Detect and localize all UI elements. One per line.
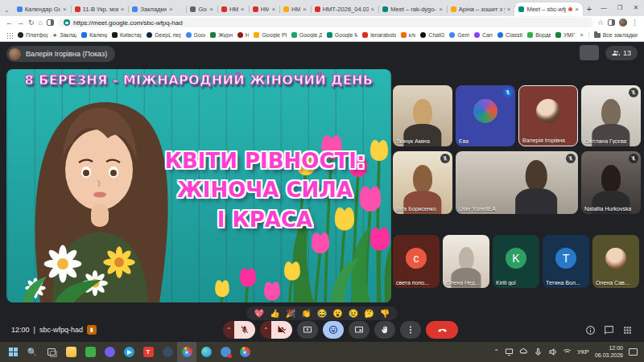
participant-tile[interactable]: Ткачук Аміна bbox=[393, 85, 452, 146]
tab-close-icon[interactable]: × bbox=[439, 6, 443, 13]
mic-off-icon[interactable] bbox=[234, 321, 255, 339]
participant-tile[interactable]: User XsrediEA bbox=[456, 151, 578, 214]
all-bookmarks-button[interactable]: Все закладки bbox=[588, 32, 638, 38]
task-view-button[interactable] bbox=[42, 342, 61, 362]
bookmark-item[interactable]: DeepL перекл bbox=[147, 32, 180, 38]
mic-tray-icon[interactable] bbox=[534, 348, 543, 356]
profile-avatar[interactable] bbox=[619, 19, 627, 27]
browser-tab[interactable]: Календар Google× bbox=[13, 2, 71, 16]
camera-options-chevron-icon[interactable]: ⌃ bbox=[260, 321, 271, 339]
browser-tab[interactable]: НМТ...× bbox=[279, 2, 311, 16]
tab-close-icon[interactable]: × bbox=[209, 6, 213, 13]
onedrive-icon[interactable] bbox=[519, 348, 528, 356]
bookmarks-overflow-icon[interactable]: » bbox=[580, 31, 583, 39]
taskbar-app-edge[interactable] bbox=[196, 342, 216, 362]
taskbar-app-viber[interactable] bbox=[100, 342, 119, 362]
browser-tab[interactable]: Goo...× bbox=[186, 2, 217, 16]
participant-tile[interactable]: Ева bbox=[456, 85, 515, 146]
language-indicator[interactable]: УКР bbox=[577, 348, 589, 356]
raise-hand-button[interactable] bbox=[374, 321, 395, 339]
browser-tab[interactable]: НМТ-2026_04.03.2...× bbox=[311, 2, 379, 16]
participant-tile[interactable]: Віта Борисенко bbox=[393, 151, 452, 214]
browser-tab[interactable]: Закладки× bbox=[128, 2, 186, 16]
camera-button[interactable]: ⌃ bbox=[260, 321, 292, 339]
bookmark-item[interactable]: Classtime bbox=[497, 32, 522, 38]
present-button[interactable] bbox=[297, 321, 318, 339]
taskbar-app-red[interactable]: T bbox=[138, 342, 158, 362]
browser-tab[interactable]: НМТ...× bbox=[249, 2, 280, 16]
end-call-button[interactable] bbox=[426, 321, 458, 339]
browser-tab[interactable]: НМТ...× bbox=[217, 2, 249, 16]
bookmark-item[interactable]: Google Диск bbox=[291, 32, 322, 38]
chat-icon[interactable] bbox=[604, 325, 614, 335]
bookmark-item[interactable]: УМІТИ bbox=[555, 32, 575, 38]
taskbar-app-green[interactable] bbox=[80, 342, 100, 362]
forward-icon[interactable]: → bbox=[17, 19, 24, 27]
window-maximize-icon[interactable]: ❒ bbox=[612, 0, 628, 16]
browser-tab-active[interactable]: Meet – sbc-wfpq× bbox=[514, 2, 583, 16]
taskbar-app-chrome2[interactable] bbox=[235, 342, 254, 362]
bookmark-item[interactable]: Google PPTX bbox=[254, 32, 286, 38]
taskbar-app-dark[interactable] bbox=[158, 342, 177, 362]
camera-off-icon[interactable] bbox=[271, 321, 292, 339]
bookmark-item[interactable]: Google bbox=[186, 32, 206, 38]
presented-slide[interactable]: 8 БЕРЕЗНЯ - МІЖНАРОДНИЙ ЖІНОЧИЙ ДЕНЬ КВІ… bbox=[6, 69, 391, 302]
tab-close-icon[interactable]: × bbox=[507, 6, 511, 13]
bookmark-item[interactable]: Платформа bbox=[18, 32, 47, 38]
tab-close-icon[interactable]: × bbox=[241, 6, 245, 13]
reload-icon[interactable]: ↻ bbox=[28, 19, 35, 27]
reactions-button[interactable] bbox=[323, 321, 344, 339]
change-layout-button[interactable] bbox=[349, 321, 369, 339]
tray-expand-icon[interactable]: ⌃ bbox=[493, 348, 499, 356]
participant-tile[interactable]: Natallia Hurkovska bbox=[581, 151, 641, 214]
bookmark-item[interactable]: ChatGPT bbox=[420, 32, 444, 38]
taskbar-search-button[interactable]: 🔍 bbox=[23, 342, 42, 362]
browser-tab[interactable]: 11-В Укр. мова× bbox=[71, 2, 129, 16]
activities-icon[interactable] bbox=[622, 325, 633, 335]
address-bar[interactable]: https://meet.google.com/sbc-wfpq-had bbox=[58, 18, 593, 27]
bookmark-item[interactable]: Журнал bbox=[210, 32, 232, 38]
window-minimize-icon[interactable]: — bbox=[596, 0, 612, 16]
taskbar-app-chrome-active[interactable] bbox=[177, 342, 196, 362]
taskbar-app-explorer[interactable] bbox=[61, 342, 80, 362]
browser-menu-icon[interactable]: ⋮ bbox=[631, 19, 638, 27]
window-close-icon[interactable]: ✕ bbox=[628, 0, 644, 16]
participant-tile[interactable]: K Kirill gol bbox=[493, 235, 539, 288]
network-icon[interactable] bbox=[563, 348, 572, 356]
volume-icon[interactable] bbox=[548, 348, 557, 356]
browser-tab[interactable]: Аріна – зошит з урок...× bbox=[447, 2, 515, 16]
browser-tab[interactable]: Meet – rak-dygo-hbv× bbox=[378, 2, 447, 16]
bookmark-item[interactable]: Canva bbox=[474, 32, 493, 38]
bookmark-item[interactable]: Gemini bbox=[449, 32, 469, 38]
tab-close-icon[interactable]: × bbox=[303, 6, 307, 13]
bookmark-item[interactable]: Вордвол bbox=[527, 32, 551, 38]
action-center-icon[interactable] bbox=[629, 348, 638, 356]
apps-grid-icon[interactable] bbox=[6, 32, 13, 39]
more-options-button[interactable] bbox=[400, 321, 421, 339]
start-button[interactable] bbox=[3, 342, 23, 362]
bookmark-item[interactable]: Google Meet bbox=[327, 32, 357, 38]
bookmark-item[interactable]: НЗ bbox=[237, 32, 250, 38]
participant-tile[interactable]: с света попо... bbox=[393, 235, 440, 288]
taskbar-app-badged[interactable] bbox=[216, 342, 235, 362]
bookmark-item[interactable]: lenarabota6@ bbox=[362, 32, 395, 38]
participant-tile[interactable]: Світлана Гусєва bbox=[581, 85, 641, 146]
tab-close-icon[interactable]: × bbox=[121, 6, 125, 13]
mic-options-chevron-icon[interactable]: ⌃ bbox=[223, 321, 234, 339]
tab-close-icon[interactable]: × bbox=[575, 6, 579, 13]
back-icon[interactable]: ← bbox=[6, 19, 13, 27]
bookmark-star-icon[interactable]: ☆ bbox=[597, 19, 604, 27]
bookmark-item[interactable]: Київстар ТБ bbox=[112, 32, 142, 38]
bookmark-item[interactable]: Календар bbox=[81, 32, 107, 38]
display-icon[interactable] bbox=[505, 348, 514, 356]
participant-tile-active[interactable]: Валерія Ігорівна bbox=[518, 85, 578, 146]
participant-count-pill[interactable]: 13 bbox=[605, 46, 638, 60]
bookmark-item[interactable]: клас bbox=[401, 32, 416, 38]
tab-close-icon[interactable]: × bbox=[63, 6, 67, 13]
info-icon[interactable] bbox=[585, 325, 596, 335]
bookmark-item[interactable]: ★Закладки bbox=[52, 32, 76, 38]
side-panel-icon[interactable] bbox=[608, 19, 615, 26]
presenter-pill[interactable]: Валерія Ігорівна (Показ) bbox=[6, 46, 115, 62]
taskbar-clock[interactable]: 12:00 06.03.2026 bbox=[595, 345, 623, 360]
tab-close-icon[interactable]: × bbox=[169, 6, 173, 13]
